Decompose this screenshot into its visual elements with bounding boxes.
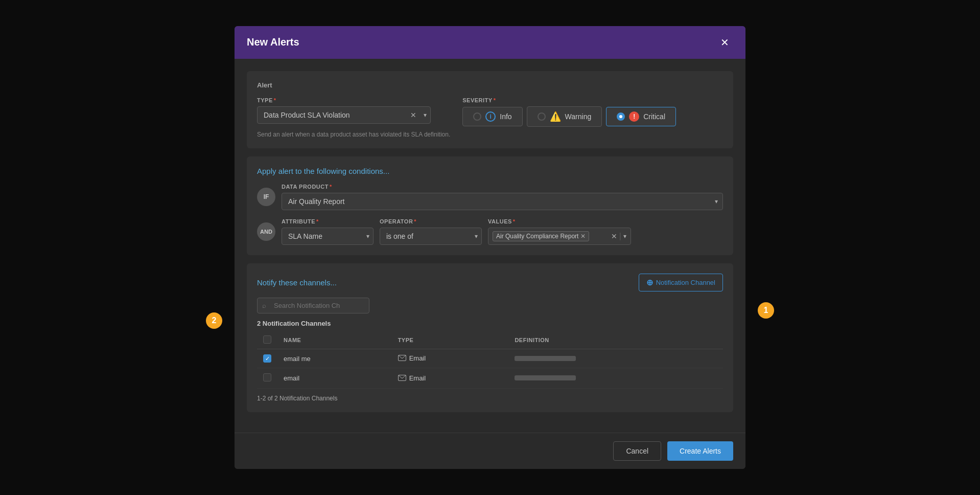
new-alerts-modal: New Alerts ✕ Alert TYPE* [235,26,745,469]
alert-section: Alert TYPE* Data Product SLA Violation [247,71,733,148]
operator-group: OPERATOR* is one of ▾ [380,218,482,245]
if-badge: IF [257,188,275,206]
warning-label: Warning [565,112,592,121]
type-select-wrapper: Data Product SLA Violation ✕ ▾ [257,106,431,124]
values-dropdown-button[interactable]: ▾ [623,233,626,240]
type-label: TYPE* [257,97,450,103]
channel-definition-1 [508,368,723,389]
channels-count: 2 Notification Channels [257,320,723,327]
tag-text: Air Quality Compliance Report [496,233,578,240]
severity-warning-option[interactable]: ⚠️ Warning [527,106,602,127]
critical-label: Critical [643,112,665,121]
values-field[interactable]: Air Quality Compliance Report ✕ ✕ | ▾ [488,228,631,245]
table-row: email me Email [257,349,723,368]
severity-label: SEVERITY* [462,97,676,103]
row-checkbox-1[interactable] [263,373,271,381]
notify-title: Notify these channels... [257,278,337,287]
close-button[interactable]: ✕ [716,35,733,50]
values-clear-button[interactable]: ✕ [611,232,617,240]
info-icon: i [485,111,496,122]
channel-type-1: Email [392,368,509,389]
and-row: AND ATTRIBUTE* SLA Name [257,218,723,245]
severity-info-option[interactable]: i Info [462,107,522,126]
data-product-group: DATA PRODUCT* Air Quality Report ▾ [282,184,723,210]
data-product-select-wrapper: Air Quality Report ▾ [282,193,723,210]
table-row: email Email [257,368,723,389]
values-label: VALUES* [488,218,631,224]
channels-table: NAME TYPE DEFINITION email me [257,331,723,389]
operator-label: OPERATOR* [380,218,482,224]
channel-name-1: email [277,368,392,389]
severity-group: SEVERITY* i Info [462,97,676,127]
critical-radio-inner [619,115,622,118]
channel-name-0: email me [277,349,392,368]
pagination-text: 1-2 of 2 Notification Channels [257,395,723,402]
plus-icon: ⊕ [646,278,653,287]
attribute-group: ATTRIBUTE* SLA Name ▾ [282,218,374,245]
critical-icon: ! [629,111,639,122]
annotation-1: 1 [758,302,774,319]
data-product-select[interactable]: Air Quality Report [282,193,723,210]
col-name: NAME [277,331,392,349]
type-clear-button[interactable]: ✕ [410,111,416,119]
type-group: TYPE* Data Product SLA Violation ✕ ▾ Sen… [257,97,450,138]
tag-remove-button[interactable]: ✕ [580,233,586,239]
search-input[interactable] [257,298,369,313]
modal-header: New Alerts ✕ [235,26,745,59]
col-type: TYPE [392,331,509,349]
annotation-2: 2 [206,312,222,329]
alert-section-title: Alert [257,81,723,89]
conditions-section: Apply alert to the following conditions.… [247,156,733,255]
warning-icon: ⚠️ [550,111,561,122]
alert-form-row: TYPE* Data Product SLA Violation ✕ ▾ Sen… [257,97,723,138]
data-product-row: IF DATA PRODUCT* Air Quality Report ▾ [257,184,723,210]
email-icon-1: Email [398,374,426,382]
modal-title: New Alerts [247,36,299,48]
search-icon: ⌕ [262,302,266,309]
col-definition: DEFINITION [508,331,723,349]
values-group: VALUES* Air Quality Compliance Report ✕ … [488,218,631,245]
email-icon-0: Email [398,354,426,362]
attribute-select-wrapper: SLA Name ▾ [282,228,374,245]
type-select[interactable]: Data Product SLA Violation [257,106,431,124]
and-badge: AND [257,222,275,241]
severity-critical-option[interactable]: ! Critical [606,107,676,126]
and-fields: ATTRIBUTE* SLA Name ▾ [282,218,723,245]
notify-header: Notify these channels... ⊕ Notification … [257,274,723,291]
notify-section: Notify these channels... ⊕ Notification … [247,263,733,413]
attribute-select[interactable]: SLA Name [282,228,374,245]
create-alerts-button[interactable]: Create Alerts [667,441,733,461]
row-checkbox-0[interactable] [263,354,271,363]
type-description: Send an alert when a data product asset … [257,131,450,138]
critical-radio-dot [617,112,625,121]
channel-type-0: Email [392,349,509,368]
add-channel-button[interactable]: ⊕ Notification Channel [639,274,723,291]
add-channel-label: Notification Channel [656,279,715,286]
values-controls: ✕ | ▾ [611,232,626,241]
info-label: Info [500,112,511,121]
data-product-label: DATA PRODUCT* [282,184,723,190]
warning-radio-dot [538,112,546,121]
cancel-button[interactable]: Cancel [613,441,661,461]
attribute-label: ATTRIBUTE* [282,218,374,224]
search-wrapper: ⌕ [257,298,723,313]
conditions-title: Apply alert to the following conditions.… [257,167,723,175]
select-all-checkbox[interactable] [263,335,271,344]
severity-options: i Info ⚠️ Warning [462,106,676,127]
values-tag: Air Quality Compliance Report ✕ [493,231,589,241]
values-divider: | [619,232,621,241]
info-radio-dot [473,112,481,121]
channel-definition-0 [508,349,723,368]
operator-select[interactable]: is one of [380,228,482,245]
modal-footer: Cancel Create Alerts [235,433,745,469]
modal-body: Alert TYPE* Data Product SLA Violation [235,59,745,433]
operator-select-wrapper: is one of ▾ [380,228,482,245]
